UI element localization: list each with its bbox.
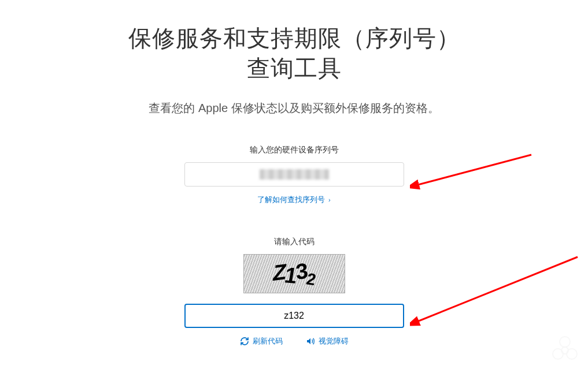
serial-input-label: 输入您的硬件设备序列号 [250, 145, 339, 155]
captcha-image: Z132 [243, 254, 345, 293]
audio-label: 视觉障碍 [319, 336, 349, 346]
annotation-arrow-2 [410, 254, 583, 335]
svg-line-1 [416, 155, 531, 185]
serial-blurred-value [260, 169, 329, 180]
serial-input[interactable] [184, 162, 404, 186]
captcha-section: 请输入代码 Z132 刷新代码 [184, 237, 404, 346]
page-subtitle: 查看您的 Apple 保修状态以及购买额外保修服务的资格。 [149, 100, 439, 116]
title-line-1: 保修服务和支持期限（序列号） [128, 25, 460, 51]
svg-point-4 [560, 337, 570, 347]
annotation-arrow-1 [410, 152, 537, 204]
watermark-icon [548, 333, 582, 370]
refresh-icon [240, 337, 249, 346]
captcha-links-row: 刷新代码 视觉障碍 [240, 336, 349, 346]
captcha-text: Z132 [272, 262, 316, 286]
svg-line-3 [416, 257, 578, 322]
title-line-2: 查询工具 [247, 55, 342, 81]
find-serial-link[interactable]: 了解如何查找序列号 › [257, 195, 330, 205]
captcha-input[interactable] [184, 304, 404, 328]
audio-icon [306, 337, 315, 346]
audio-captcha-link[interactable]: 视觉障碍 [306, 336, 349, 346]
captcha-label: 请输入代码 [274, 237, 315, 247]
page-title: 保修服务和支持期限（序列号） 查询工具 [128, 23, 460, 83]
find-serial-label: 了解如何查找序列号 [257, 195, 325, 204]
refresh-label: 刷新代码 [253, 336, 283, 346]
chevron-right-icon: › [328, 196, 331, 203]
refresh-captcha-link[interactable]: 刷新代码 [240, 336, 283, 346]
serial-number-section: 输入您的硬件设备序列号 了解如何查找序列号 › [184, 145, 404, 205]
